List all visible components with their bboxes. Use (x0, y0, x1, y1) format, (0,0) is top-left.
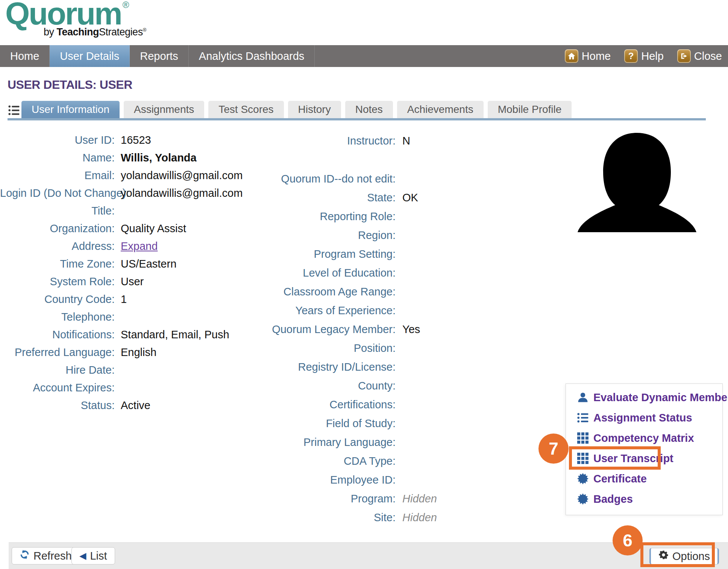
head-silhouette-icon (572, 130, 702, 232)
tab-mobile-profile[interactable]: Mobile Profile (488, 101, 572, 118)
tab-underline (8, 118, 706, 120)
tab-bar: User Information Assignments Test Scores… (21, 101, 572, 118)
tab-list-icon[interactable] (8, 105, 20, 116)
field-row-quorum-legacy-member: Quorum Legacy Member:Yes (211, 320, 632, 339)
nav-item-home[interactable]: Home (0, 45, 50, 67)
tab-user-information[interactable]: User Information (21, 101, 120, 118)
certificate-icon (577, 473, 588, 484)
registered-mark: ® (123, 0, 129, 10)
page-title: USER DETAILS: USER (8, 78, 132, 92)
tab-notes[interactable]: Notes (345, 101, 393, 118)
home-icon (565, 49, 578, 63)
refresh-button[interactable]: Refresh (12, 547, 80, 564)
field-row-classroom-age-range: Classroom Age Range: (211, 282, 632, 301)
nav-utilities: Home ? Help Close (565, 45, 722, 67)
options-button[interactable]: Options (649, 548, 719, 564)
user-icon (577, 392, 588, 403)
menu-item-assignment-status[interactable]: Assignment Status (566, 408, 722, 428)
field-row-years-of-experience: Years of Experience: (211, 301, 632, 320)
field-row-registry-id: Registry ID/License: (211, 358, 632, 376)
menu-item-certificate[interactable]: Certificate (566, 469, 722, 489)
tab-history[interactable]: History (288, 101, 341, 118)
quorum-legacy-member-value: Yes (402, 323, 632, 336)
field-row-level-of-education: Level of Education: (211, 263, 632, 282)
list-button[interactable]: ◀ List (71, 547, 115, 564)
field-row-region: Region: (211, 226, 632, 245)
exit-icon (677, 49, 691, 63)
address-expand-link[interactable]: Expand (121, 240, 158, 252)
field-row-state: State:OK (211, 188, 632, 207)
nav-item-user-details[interactable]: User Details (50, 45, 130, 67)
tab-achievements[interactable]: Achievements (397, 101, 484, 118)
field-row-position: Position: (211, 339, 632, 358)
menu-item-badges[interactable]: Badges (566, 489, 722, 509)
nav-item-reports[interactable]: Reports (130, 45, 189, 67)
user-photo-placeholder (572, 130, 702, 232)
grid-icon (577, 453, 588, 464)
help-icon: ? (624, 49, 638, 63)
tab-assignments[interactable]: Assignments (124, 101, 204, 118)
options-popup-menu: Evaluate Dynamic Memberships Assignment … (566, 383, 723, 515)
brand-tagline: by TeachingStrategies® (44, 26, 146, 38)
list-icon (577, 412, 588, 423)
column-spacer (211, 150, 632, 169)
refresh-icon (20, 549, 30, 562)
field-row-reporting-role: Reporting Role: (211, 207, 632, 226)
quorum-logo: Quorum® (5, 0, 129, 29)
grid-icon (577, 432, 588, 444)
certificate-icon (577, 493, 588, 505)
gear-icon (658, 550, 669, 563)
footer-toolbar: Refresh ◀ List Options (9, 542, 728, 569)
field-row-program-setting: Program Setting: (211, 245, 632, 263)
menu-item-competency-matrix[interactable]: Competency Matrix (566, 428, 722, 448)
field-row-quorum-id: Quorum ID--do not edit: (211, 169, 632, 188)
nav-home-button[interactable]: Home (565, 49, 611, 63)
tab-test-scores[interactable]: Test Scores (208, 101, 284, 118)
nav-close-button[interactable]: Close (677, 49, 722, 63)
back-triangle-icon: ◀ (79, 551, 86, 560)
nav-help-button[interactable]: ? Help (624, 49, 664, 63)
menu-item-evaluate-dynamic-memberships[interactable]: Evaluate Dynamic Memberships (566, 387, 722, 408)
field-row-instructor: Instructor:N (211, 131, 632, 150)
menu-item-user-transcript[interactable]: User Transcript (566, 448, 722, 469)
nav-item-analytics-dashboards[interactable]: Analytics Dashboards (189, 45, 315, 67)
